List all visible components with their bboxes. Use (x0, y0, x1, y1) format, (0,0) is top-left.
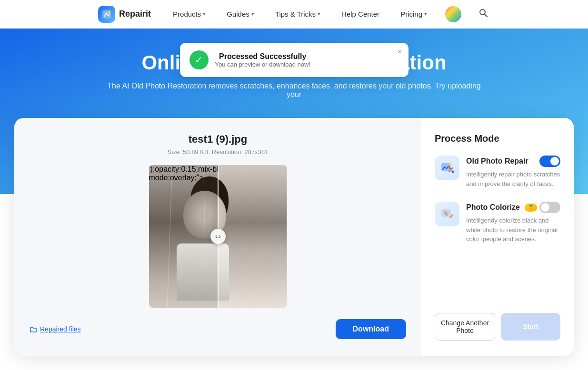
svg-point-6 (452, 171, 454, 173)
old-photo-repair-header: Old Photo Repair (466, 156, 560, 167)
toast: ✓ Processed Successfully You can preview… (180, 43, 409, 77)
navbar: Repairit Products ▾ Guides ▾ Tips & Tric… (0, 0, 588, 29)
toast-wrapper: ✓ Processed Successfully You can preview… (180, 43, 409, 77)
photo-colorize-desc: Intelligendy colorize black and white ph… (466, 216, 560, 244)
nav-help-label: Help Center (341, 10, 379, 18)
toast-close-button[interactable]: × (397, 48, 401, 56)
change-another-photo-button[interactable]: Change Another Photo (435, 313, 495, 341)
right-buttons: Change Another Photo Start (435, 313, 560, 341)
logo-text: Repairit (119, 9, 151, 19)
process-mode-title: Process Mode (435, 133, 560, 144)
handle-icon: ⇔ (215, 233, 221, 240)
logo-icon (98, 6, 115, 23)
nav-products[interactable]: Products ▾ (170, 8, 209, 20)
nav-pricing[interactable]: Pricing ▾ (398, 8, 430, 20)
tips-chevron-icon: ▾ (318, 11, 320, 17)
old-photo-repair-name: Old Photo Repair (466, 157, 528, 166)
products-chevron-icon: ▾ (203, 11, 206, 17)
start-button[interactable]: Start (501, 313, 560, 341)
repaired-link-text: Repaired files (40, 325, 81, 333)
nav-tips[interactable]: Tips & Tricks ▾ (272, 8, 323, 20)
photo-colorize-info: Photo Colorize 🏅 Intelligendy colorize b… (466, 202, 560, 244)
nav-tips-label: Tips & Tricks (275, 10, 316, 18)
card-left-bottom: Repaired files Download (30, 319, 406, 339)
svg-point-5 (448, 164, 451, 166)
nav-products-label: Products (173, 10, 201, 18)
guides-chevron-icon: ▾ (251, 11, 254, 17)
logo[interactable]: Repairit (98, 6, 151, 23)
file-meta: Size: 50.89 KB. Resolution: 287x381 (168, 148, 269, 156)
mode-photo-colorize: Photo Colorize 🏅 Intelligendy colorize b… (435, 202, 560, 244)
repaired-files-link[interactable]: Repaired files (30, 325, 81, 333)
svg-point-1 (108, 11, 110, 13)
main-card: test1 (9).jpg Size: 50.89 KB. Resolution… (14, 118, 574, 356)
main-section: test1 (9).jpg Size: 50.89 KB. Resolution… (0, 118, 588, 370)
photo-colorize-icon (440, 207, 454, 221)
old-photo-repair-desc: Intelligently repair photo scratches and… (466, 170, 560, 188)
svg-point-10 (445, 213, 448, 216)
folder-icon (30, 325, 37, 333)
pricing-chevron-icon: ▾ (424, 11, 427, 17)
nav-guides-label: Guides (227, 10, 249, 18)
photo-colorize-name: Photo Colorize (466, 203, 520, 212)
nav-help[interactable]: Help Center (339, 8, 382, 20)
search-icon[interactable] (477, 6, 490, 22)
hero-subtitle: The AI Old Photo Restoration removes scr… (104, 82, 485, 99)
card-left-panel: test1 (9).jpg Size: 50.89 KB. Resolution… (14, 118, 421, 356)
toast-title: Processed Successfully (215, 52, 310, 61)
mode-old-photo-repair: Old Photo Repair Intelligently repair ph… (435, 156, 560, 188)
photo-colorize-toggle[interactable] (539, 202, 560, 213)
svg-line-3 (484, 14, 487, 17)
nav-guides[interactable]: Guides ▾ (224, 8, 257, 20)
photo-colorize-header: Photo Colorize 🏅 (466, 202, 560, 213)
download-button[interactable]: Download (336, 319, 406, 339)
old-photo-repair-info: Old Photo Repair Intelligently repair ph… (466, 156, 560, 188)
premium-badge: 🏅 (525, 204, 537, 212)
file-name: test1 (9).jpg (189, 133, 247, 146)
old-photo-repair-toggle[interactable] (539, 156, 560, 167)
old-photo-repair-icon-box (435, 156, 459, 180)
photo-colorize-icon-box (435, 202, 459, 226)
comparison-handle[interactable]: ⇔ (210, 229, 226, 244)
toast-subtitle: You can preview or download now! (215, 61, 310, 68)
nav-pricing-label: Pricing (400, 10, 422, 18)
success-icon: ✓ (189, 50, 209, 69)
photo-comparison[interactable]: ');opacity:0.15;mix-blend-mode:overlay;"… (149, 165, 287, 308)
old-photo-repair-icon (440, 161, 454, 175)
card-right-panel: Process Mode Old Photo Repair (421, 118, 574, 356)
avatar[interactable] (445, 6, 461, 22)
toast-text: Processed Successfully You can preview o… (215, 52, 310, 68)
